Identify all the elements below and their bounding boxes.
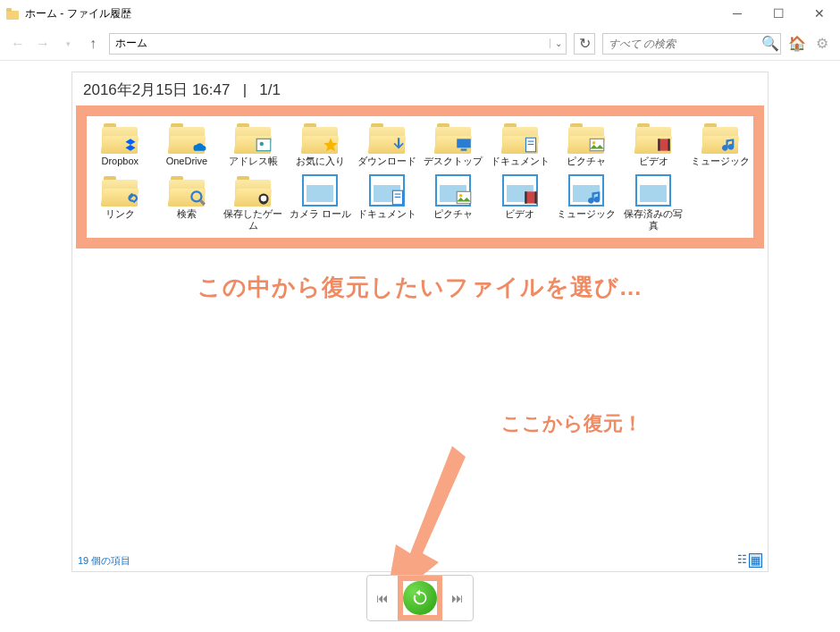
grid-item-label: Dropbox: [87, 156, 154, 167]
grid-item[interactable]: 検索: [154, 174, 221, 232]
view-icons-button[interactable]: ▦: [749, 553, 762, 568]
svg-rect-22: [525, 192, 526, 204]
grid-item-label: ミュージック: [553, 208, 620, 220]
grid-item-label: デスクトップ: [420, 156, 487, 167]
music-icon: [588, 189, 606, 208]
control-frame: ⏮ ⏭: [366, 575, 474, 621]
svg-point-14: [191, 192, 201, 202]
home-icon[interactable]: 🏠: [788, 35, 806, 53]
svg-rect-2: [257, 139, 272, 150]
window-title: ホーム - ファイル履歴: [25, 6, 131, 21]
grid-item[interactable]: ビデオ: [620, 122, 687, 167]
snapshot-page: 1/1: [259, 81, 281, 98]
svg-rect-17: [394, 194, 400, 195]
view-mode-buttons: ☷ ▦: [737, 553, 762, 568]
grid-item[interactable]: ビデオ: [487, 174, 554, 232]
next-snapshot-button[interactable]: ⏭: [442, 583, 473, 613]
cloud-icon: [189, 136, 206, 156]
address-input[interactable]: [110, 38, 550, 50]
grid-item-label: 保存済みの写真: [620, 208, 687, 232]
grid-item[interactable]: デスクトップ: [420, 122, 487, 167]
grid-item-label: ピクチャ: [420, 208, 487, 220]
doc-icon: [389, 189, 407, 208]
music-icon: [722, 136, 740, 156]
desktop-icon: [455, 136, 473, 156]
grid-item[interactable]: お気に入り: [287, 122, 354, 167]
svg-rect-8: [528, 144, 534, 145]
grid-item[interactable]: 保存したゲーム: [220, 174, 287, 232]
grid-item-label: ダウンロード: [353, 156, 420, 167]
forward-button[interactable]: →: [34, 35, 52, 53]
grid-item[interactable]: ドキュメント: [353, 174, 420, 232]
svg-rect-4: [458, 139, 472, 147]
snapshot-datetime: 2016年2月15日 16:47: [83, 81, 230, 98]
titlebar: ホーム - ファイル履歴: [0, 0, 840, 27]
star-icon: [322, 136, 340, 156]
pic-icon: [455, 189, 473, 208]
maximize-button[interactable]: ☐: [758, 0, 799, 27]
grid-item[interactable]: カメラ ロール: [287, 174, 354, 232]
svg-point-3: [260, 142, 264, 146]
grid-item-label: ビデオ: [620, 156, 687, 167]
address-dropdown[interactable]: ⌄: [550, 38, 566, 48]
gear-icon[interactable]: ⚙: [813, 35, 831, 53]
grid-item[interactable]: ミュージック: [553, 174, 620, 232]
grid-item[interactable]: 保存済みの写真: [620, 174, 687, 232]
app-icon: [5, 6, 20, 21]
back-button[interactable]: ←: [9, 35, 27, 53]
grid-item-label: リンク: [87, 208, 154, 220]
annotation-text-2: ここから復元！: [501, 410, 643, 437]
address-bar[interactable]: ⌄: [109, 33, 567, 55]
svg-rect-13: [668, 139, 670, 150]
video-icon: [655, 136, 673, 156]
annotation-text-1: この中から復元したいファイルを選び…: [72, 272, 768, 303]
refresh-button[interactable]: ↻: [574, 33, 595, 55]
svg-rect-5: [461, 148, 467, 150]
grid-item-label: ミュージック: [686, 156, 753, 167]
grid-item[interactable]: ミュージック: [686, 122, 753, 167]
window-controls: ─ ☐ ✕: [717, 0, 840, 27]
library-icon: [635, 174, 671, 206]
grid-item[interactable]: ダウンロード: [353, 122, 420, 167]
search-input[interactable]: [603, 38, 760, 50]
search-icon: [189, 189, 206, 208]
svg-point-20: [459, 194, 462, 197]
grid-item-label: カメラ ロール: [287, 208, 354, 220]
svg-rect-9: [591, 139, 605, 150]
folder-grid: DropboxOneDriveアドレス帳お気に入りダウンロードデスクトップドキュ…: [87, 122, 753, 232]
svg-rect-18: [394, 197, 400, 198]
svg-rect-12: [658, 139, 659, 150]
grid-item[interactable]: リンク: [87, 174, 154, 232]
search-icon[interactable]: 🔍: [760, 35, 780, 52]
grid-item-label: OneDrive: [154, 156, 221, 167]
recent-button[interactable]: ▾: [59, 35, 77, 53]
minimize-button[interactable]: ─: [717, 0, 758, 27]
game-icon: [255, 189, 273, 208]
grid-item-label: アドレス帳: [220, 156, 287, 167]
link-icon: [122, 189, 139, 208]
svg-point-15: [261, 196, 267, 202]
doc-icon: [522, 136, 540, 156]
svg-rect-7: [528, 141, 534, 142]
grid-item-label: ドキュメント: [353, 208, 420, 220]
search-box[interactable]: 🔍: [602, 33, 781, 55]
svg-rect-23: [534, 192, 536, 204]
grid-item-label: ピクチャ: [553, 156, 620, 167]
close-button[interactable]: ✕: [799, 0, 840, 27]
grid-item-label: お気に入り: [287, 156, 354, 167]
download-icon: [389, 136, 407, 156]
grid-item[interactable]: OneDrive: [154, 122, 221, 167]
pic-icon: [588, 136, 606, 156]
grid-item[interactable]: アドレス帳: [220, 122, 287, 167]
prev-snapshot-button[interactable]: ⏮: [367, 583, 398, 613]
grid-item[interactable]: Dropbox: [87, 122, 154, 167]
up-button[interactable]: ↑: [84, 35, 102, 53]
annotation-highlight-box: DropboxOneDriveアドレス帳お気に入りダウンロードデスクトップドキュ…: [76, 105, 764, 249]
grid-item[interactable]: ドキュメント: [487, 122, 554, 167]
grid-item[interactable]: ピクチャ: [420, 174, 487, 232]
view-details-button[interactable]: ☷: [737, 553, 747, 568]
snapshot-header: 2016年2月15日 16:47 | 1/1: [72, 72, 768, 105]
grid-item[interactable]: ピクチャ: [553, 122, 620, 167]
restore-button[interactable]: [403, 581, 437, 615]
svg-rect-19: [458, 192, 472, 204]
